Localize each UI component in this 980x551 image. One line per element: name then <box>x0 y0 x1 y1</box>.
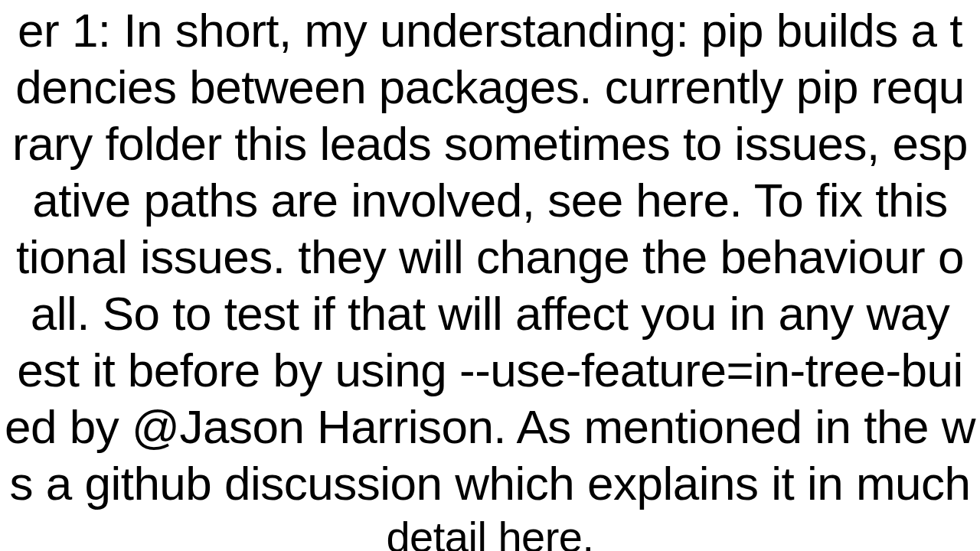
text-line-7: est it before by using --use-feature=in-… <box>17 342 963 399</box>
text-line-1: er 1: In short, my understanding: pip bu… <box>18 2 962 59</box>
text-line-6: all. So to test if that will affect you … <box>31 285 950 342</box>
text-line-10: detail here. <box>386 512 593 551</box>
text-line-3: rary folder this leads sometimes to issu… <box>12 116 968 172</box>
text-line-4: ative paths are involved, see here. To f… <box>32 172 947 229</box>
text-line-2: dencies between packages. currently pip … <box>15 59 964 116</box>
text-line-5: tional issues. they will change the beha… <box>16 229 964 285</box>
text-line-9: s a github discussion which explains it … <box>9 455 970 512</box>
document-body: er 1: In short, my understanding: pip bu… <box>0 0 980 551</box>
text-line-8: ed by @Jason Harrison. As mentioned in t… <box>5 399 975 455</box>
